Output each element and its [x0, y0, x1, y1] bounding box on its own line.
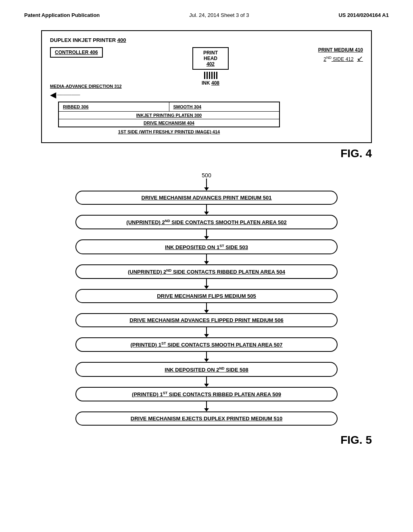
flow-box-2: (UNPRINTED) 2ND SIDE CONTACTS SMOOTH PLA…	[75, 215, 338, 229]
smooth-label: SMOOTH 304	[169, 102, 280, 111]
fig4-top-row: CONTROLLER 406 MEDIA-ADVANCE DIRECTION 3…	[50, 47, 363, 100]
nozzle-1	[204, 72, 205, 79]
print-medium-label: PRINT MEDIUM 410	[318, 47, 363, 53]
header-publication: Patent Application Publication	[24, 12, 100, 18]
fig4-center-col: PRINTHEAD402 INK 408	[139, 47, 282, 92]
flow-arrow-5	[204, 303, 209, 313]
media-direction-label: MEDIA-ADVANCE DIRECTION 312	[50, 84, 122, 89]
flow-arrow-6	[204, 327, 209, 337]
print-head-box: PRINTHEAD402	[192, 47, 229, 70]
flow-box-4: (UNPRINTED) 2ND SIDE CONTACTS RIBBED PLA…	[75, 264, 338, 279]
fig5-label: FIG. 5	[41, 434, 372, 447]
ink-label: INK 408	[202, 80, 219, 86]
flow-box-5: DRIVE MECHANISM FLIPS MEDIUM 505	[75, 289, 338, 303]
flow-arrow-4	[204, 279, 209, 289]
flow-box-8: INK DEPOSITED ON 2ND SIDE 508	[75, 362, 338, 376]
fig4-printer-title: DUPLEX INKJET PRINTER 400	[50, 37, 363, 43]
first-side-label: 1ST SIDE (WITH FRESHLY PRINTED IMAGE) 41…	[58, 129, 280, 134]
flow-box-7: (PRINTED) 1ST SIDE CONTACTS SMOOTH PLATE…	[75, 337, 338, 352]
nozzle-4	[211, 72, 213, 79]
flow-arrow-7	[204, 352, 209, 362]
drive-mech-label: DRIVE MECHANISM 404	[59, 119, 279, 127]
print-head-label: PRINTHEAD402	[199, 50, 222, 67]
left-arrow-icon: ◀	[50, 90, 56, 100]
arrow-line-0	[206, 179, 207, 187]
flow-arrow-2	[204, 229, 209, 239]
side2-label: 2ND SIDE 412 ↙	[323, 54, 363, 63]
flow-arrow-9	[204, 401, 209, 411]
platen-top-row: RIBBED 306 SMOOTH 304	[59, 102, 279, 112]
platen-outer: RIBBED 306 SMOOTH 304 INKJET PRINTING PL…	[58, 102, 280, 127]
platen-section: RIBBED 306 SMOOTH 304 INKJET PRINTING PL…	[50, 102, 363, 127]
flow-box-9: (PRINTED) 1ST SIDE CONTACTS RIBBED PLATE…	[75, 387, 338, 401]
flow-box-1: DRIVE MECHANISM ADVANCES PRINT MEDIUM 50…	[75, 191, 338, 205]
header-date-sheet: Jul. 24, 2014 Sheet 3 of 3	[189, 12, 249, 18]
flow-box-3: INK DEPOSITED ON 1ST SIDE 503	[75, 239, 338, 254]
flow-arrow-8	[204, 377, 209, 387]
flowchart: 500 DRIVE MECHANISM ADVANCES PRINT MEDIU…	[24, 172, 389, 426]
flow-arrow-0	[204, 179, 209, 191]
header-patent-number: US 2014/0204164 A1	[338, 12, 389, 18]
arrow-line: ────────	[57, 93, 80, 97]
diagonal-arrow-icon: ↙	[357, 54, 363, 62]
flow-box-6: DRIVE MECHANISM ADVANCES FLIPPED PRINT M…	[75, 313, 338, 327]
media-direction-area: MEDIA-ADVANCE DIRECTION 312 ◀ ────────	[50, 84, 122, 100]
fig4-left-col: CONTROLLER 406 MEDIA-ADVANCE DIRECTION 3…	[50, 47, 139, 100]
fig4-label: FIG. 4	[41, 147, 372, 160]
ribbed-label: RIBBED 306	[59, 102, 169, 111]
page-header: Patent Application Publication Jul. 24, …	[24, 12, 389, 18]
flow-arrow-1	[204, 205, 209, 215]
fig5-section: 500 DRIVE MECHANISM ADVANCES PRINT MEDIU…	[24, 172, 389, 447]
media-advance-arrow: ◀ ────────	[50, 90, 122, 100]
nozzle-2	[206, 72, 208, 79]
nozzle-6	[216, 72, 217, 79]
platen-name: INKJET PRINTING PLATEN 300	[59, 112, 279, 119]
ink-nozzles	[204, 72, 217, 79]
nozzle-3	[209, 72, 210, 79]
arrow-head-0	[204, 187, 209, 191]
flow-arrow-3	[204, 254, 209, 264]
nozzle-5	[214, 72, 215, 79]
fig4-diagram: DUPLEX INKJET PRINTER 400 CONTROLLER 406…	[41, 30, 372, 143]
controller-box: CONTROLLER 406	[50, 47, 103, 58]
flow-box-10: DRIVE MECHANISM EJECTS DUPLEX PRINTED ME…	[75, 411, 338, 426]
flow-start-label: 500	[202, 172, 211, 179]
fig4-right-col: PRINT MEDIUM 410 2ND SIDE 412 ↙	[282, 47, 363, 63]
